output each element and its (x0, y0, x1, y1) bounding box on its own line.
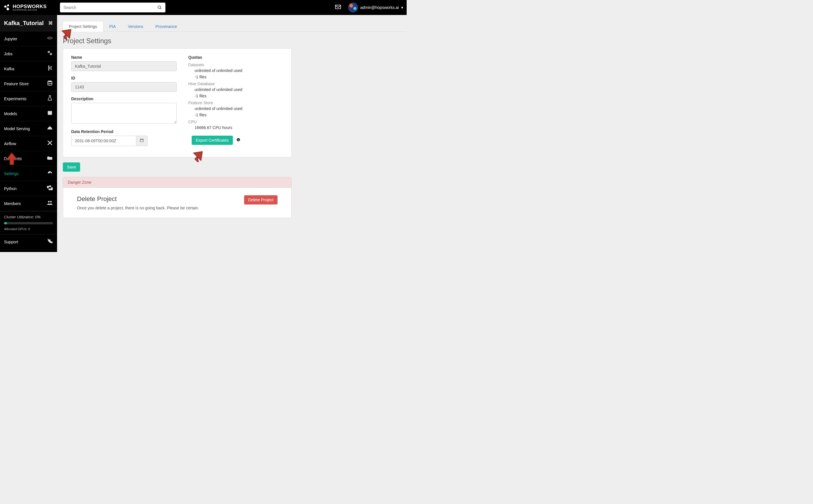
svg-point-11 (50, 54, 51, 54)
sidebar-item-airflow[interactable]: Airflow (0, 136, 57, 151)
edition-text: ENTERPRISE EDITION (13, 9, 47, 11)
tab-versions[interactable]: Versions (122, 21, 150, 32)
quota-hive-usage: unlimited of unlimited used (188, 86, 283, 92)
user-email: admin@hopsworks.ai (360, 5, 399, 10)
quota-cpu-value: 16666.67 CPU hours (188, 124, 283, 130)
close-project-icon[interactable]: ✖ (48, 20, 53, 26)
tab-project-settings[interactable]: Project Settings (63, 21, 103, 32)
settings-panel: Name ID Description Data Retention Perio… (63, 48, 292, 157)
sidebar-item-experiments[interactable]: Experiments (0, 91, 57, 106)
sidebar-item-documentation[interactable]: Documentation (0, 249, 57, 252)
sidebar-item-kafka[interactable]: Kafka (0, 61, 57, 76)
quota-datasets-usage: unlimited of unlimited used (188, 67, 283, 73)
user-menu[interactable]: admin@hopsworks.ai ▾ (348, 3, 403, 12)
tab-pia[interactable]: PIA (103, 21, 122, 32)
tab-provenance[interactable]: Provenance (149, 21, 183, 32)
svg-point-10 (48, 52, 49, 52)
avatar (348, 3, 358, 12)
save-button[interactable]: Save (63, 162, 80, 172)
desc-label: Description (71, 96, 177, 101)
svg-point-3 (158, 6, 160, 8)
svg-point-20 (48, 81, 52, 82)
phone-icon (47, 238, 53, 246)
svg-rect-27 (140, 139, 143, 142)
quota-datasets-files: -1 files (188, 73, 283, 80)
svg-rect-21 (47, 129, 52, 130)
search-box[interactable] (60, 3, 165, 12)
sidebar-item-jobs[interactable]: Jobs (0, 46, 57, 61)
export-certificates-button[interactable]: Export Certificates (192, 136, 232, 145)
database-icon (47, 80, 53, 88)
search-input[interactable] (63, 5, 157, 10)
sidebar-label: Kafka (4, 67, 14, 71)
quota-cpu-label: CPU (188, 120, 283, 124)
name-input (71, 61, 177, 71)
cluster-utilization-label: Cluster Utilization: 0% (0, 211, 57, 220)
flask-icon (47, 95, 53, 103)
sidebar-item-support[interactable]: Support (0, 234, 57, 249)
sidebar-label: Airflow (4, 141, 16, 146)
mail-icon[interactable] (335, 4, 341, 11)
sidebar-item-python[interactable]: Python (0, 181, 57, 196)
calendar-icon (140, 138, 144, 142)
id-input (71, 82, 177, 92)
cloche-icon (47, 125, 53, 132)
sidebar-item-data-sets[interactable]: Data Sets (0, 151, 57, 166)
sidebar-label: Jupyter (4, 37, 17, 41)
logo[interactable]: HOPSWORKS ENTERPRISE EDITION (3, 4, 54, 11)
sidebar-label: Members (4, 201, 21, 206)
svg-text:jupyter: jupyter (48, 37, 52, 39)
folder-open-icon (47, 155, 53, 162)
id-label: ID (71, 76, 177, 80)
svg-line-4 (160, 8, 161, 9)
danger-panel: Danger Zone Delete Project Once you dele… (63, 177, 292, 218)
python-icon (47, 185, 53, 192)
sidebar-label: Python (4, 186, 17, 191)
delete-project-title: Delete Project (77, 195, 199, 203)
sidebar-label: Settings (4, 171, 19, 176)
search-icon (157, 5, 162, 10)
quotas-heading: Quotas (188, 55, 283, 60)
sidebar-item-models[interactable]: Models (0, 106, 57, 121)
sidebar-item-jupyter[interactable]: Jupyter jupyter (0, 31, 57, 46)
sidebar: Kafka_Tutorial ✖ Jupyter jupyter Jobs Ka… (0, 15, 57, 252)
retention-label: Data Retention Period (71, 129, 177, 134)
quota-datasets-label: Datasets (188, 62, 283, 67)
utilization-bar (4, 222, 53, 224)
quota-fs-label: Feature Store (188, 101, 283, 105)
description-input[interactable] (71, 103, 177, 124)
retention-input[interactable] (71, 136, 136, 146)
sidebar-label: Model Serving (4, 126, 30, 131)
topbar: HOPSWORKS ENTERPRISE EDITION admin@hopsw… (0, 0, 406, 15)
brain-icon (47, 110, 53, 118)
sidebar-label: Jobs (4, 52, 13, 56)
dashboard-icon (47, 170, 53, 177)
sidebar-label: Feature Store (4, 82, 29, 86)
brand-text: HOPSWORKS (13, 4, 47, 9)
svg-point-26 (50, 201, 52, 203)
sidebar-item-members[interactable]: Members (0, 196, 57, 211)
info-icon[interactable]: i (236, 138, 240, 143)
kafka-icon (47, 65, 53, 73)
delete-project-button[interactable]: Delete Project (244, 195, 277, 204)
gpu-allocated: Allocated GPUs: 0 (0, 227, 57, 234)
svg-point-22 (50, 126, 50, 127)
sidebar-item-feature-store[interactable]: Feature Store (0, 76, 57, 91)
chevron-down-icon: ▾ (401, 5, 403, 10)
calendar-button[interactable] (136, 136, 147, 146)
quota-fs-files: -1 files (188, 111, 283, 118)
sidebar-item-settings[interactable]: Settings (0, 166, 57, 181)
main-content: Project Settings PIA Versions Provenance… (57, 15, 406, 252)
sidebar-label: Data Sets (4, 156, 22, 161)
sidebar-label: Models (4, 111, 17, 116)
tabs: Project Settings PIA Versions Provenance (57, 21, 406, 32)
delete-project-text: Once you delete a project, there is no g… (77, 206, 199, 210)
quota-hive-label: Hive Database (188, 82, 283, 86)
quota-fs-usage: unlimited of unlimited used (188, 105, 283, 111)
svg-point-25 (48, 201, 50, 203)
svg-rect-5 (335, 5, 341, 9)
quota-hive-files: -1 files (188, 92, 283, 99)
sidebar-item-model-serving[interactable]: Model Serving (0, 121, 57, 136)
name-label: Name (71, 55, 177, 60)
logo-icon (3, 4, 11, 11)
